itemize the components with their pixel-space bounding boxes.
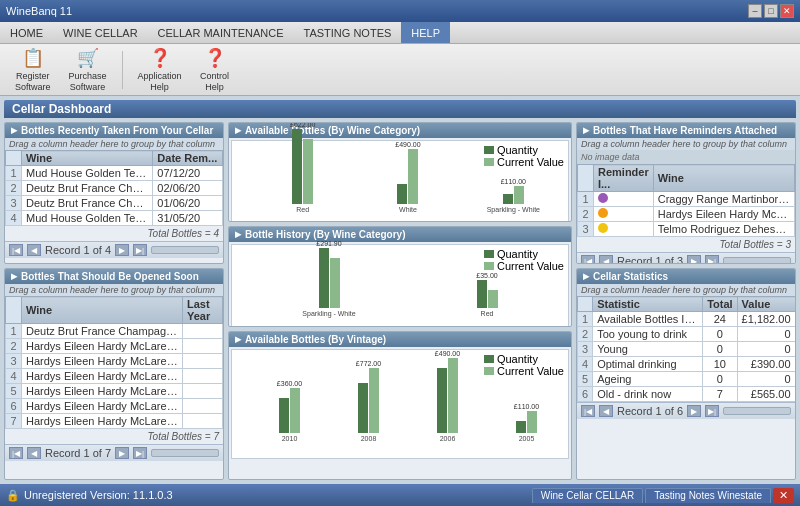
vint-2010-label: £360.00 — [277, 380, 302, 387]
open-scrollbar[interactable] — [151, 449, 219, 457]
stat-name-cell: Too young to drink — [593, 327, 703, 342]
close-button[interactable]: ✕ — [780, 4, 794, 18]
menu-wine-cellar[interactable]: WINE CELLAR — [53, 22, 148, 43]
stat-col-value[interactable]: Value — [737, 297, 795, 312]
stat-total-cell: 7 — [703, 387, 737, 402]
open-soon-total: Total Bottles = 7 — [5, 429, 223, 444]
no-image-label: No image data — [577, 150, 795, 164]
recent-bottle-row[interactable]: 3 Deutz Brut France Champagne 2005 01/06… — [6, 196, 223, 211]
open-col-wine[interactable]: Wine — [22, 297, 183, 324]
main-content: Cellar Dashboard Bottles Recently Taken … — [0, 96, 800, 484]
stat-value-cell: £390.00 — [737, 357, 795, 372]
wine-cell: Mud House Golden Terraces Vineyard Centr… — [22, 166, 153, 181]
status-close-btn[interactable]: ✕ — [773, 488, 794, 503]
rem-col-indicator[interactable]: Reminder I... — [594, 165, 654, 192]
vint-2006-qty — [437, 368, 447, 433]
bottom-tabs: Wine Cellar CELLAR Tasting Notes Winesta… — [532, 488, 794, 503]
hist-red-bars — [477, 280, 498, 308]
last-record-btn[interactable]: ▶| — [133, 244, 147, 256]
ctrl-help-label: ControlHelp — [200, 71, 229, 93]
stat-prev-btn[interactable]: ◀ — [599, 405, 613, 417]
menu-tasting-notes[interactable]: TASTING NOTES — [294, 22, 402, 43]
avail-vint-title: Available Bottles (By Vintage) — [229, 332, 571, 347]
stat-col-total[interactable]: Total — [703, 297, 737, 312]
open-soon-row[interactable]: 6 Hardys Eileen Hardy McLaren Vale Chard… — [6, 399, 223, 414]
hist-sparkling-bars — [319, 248, 340, 308]
rem-record-bar: |◀ ◀ Record 1 of 3 ▶ ▶| — [577, 252, 795, 264]
next-record-btn[interactable]: ▶ — [115, 244, 129, 256]
stat-row[interactable]: 3 Young 0 0 — [578, 342, 796, 357]
reminder-row[interactable]: 2 Hardys Eileen Hardy McLaren Vale Chard… — [578, 207, 795, 222]
reminder-dot — [598, 193, 608, 203]
stat-row[interactable]: 4 Optimal drinking 10 £390.00 — [578, 357, 796, 372]
menu-home[interactable]: HOME — [0, 22, 53, 43]
stat-name-cell: Ageing — [593, 372, 703, 387]
vint-2008-label: £772.00 — [356, 360, 381, 367]
bar-red-qty — [292, 129, 302, 204]
open-next-btn[interactable]: ▶ — [115, 447, 129, 459]
open-soon-row[interactable]: 2 Hardys Eileen Hardy McLaren Vale Chard… — [6, 339, 223, 354]
rem-prev-btn[interactable]: ◀ — [599, 255, 613, 264]
reminders-hint: Drag a column header here to group by th… — [577, 138, 795, 150]
rem-first-btn[interactable]: |◀ — [581, 255, 595, 264]
bar-sparkling-qty — [503, 194, 513, 204]
register-software-button[interactable]: 📋 RegisterSoftware — [8, 43, 58, 97]
row-num: 3 — [578, 342, 593, 357]
stat-total-cell: 0 — [703, 327, 737, 342]
stat-record-bar: |◀ ◀ Record 1 of 6 ▶ ▶| — [577, 402, 795, 419]
prev-record-btn[interactable]: ◀ — [27, 244, 41, 256]
stat-next-btn[interactable]: ▶ — [687, 405, 701, 417]
rem-last-btn[interactable]: ▶| — [705, 255, 719, 264]
stat-scrollbar[interactable] — [723, 407, 791, 415]
available-category-panel: Available Bottles (By Wine Category) £62… — [228, 122, 572, 222]
vint-legend-qty: Quantity — [484, 353, 564, 365]
reminder-row[interactable]: 1 Craggy Range Martinborough Pinot Noir … — [578, 192, 795, 207]
open-soon-row[interactable]: 5 Hardys Eileen Hardy McLaren Vale Chard… — [6, 384, 223, 399]
rem-next-btn[interactable]: ▶ — [687, 255, 701, 264]
stat-row[interactable]: 5 Ageing 0 0 — [578, 372, 796, 387]
recent-bottle-row[interactable]: 1 Mud House Golden Terraces Vineyard Cen… — [6, 166, 223, 181]
stat-col-statistic[interactable]: Statistic — [593, 297, 703, 312]
recent-bottle-row[interactable]: 4 Mud House Golden Terraces Vineyard Cen… — [6, 211, 223, 226]
stat-last-btn[interactable]: ▶| — [705, 405, 719, 417]
stat-row[interactable]: 1 Available Bottles In The Cellar 24 £1,… — [578, 312, 796, 327]
open-soon-row[interactable]: 1 Deutz Brut France Champagne 2005 — [6, 324, 223, 339]
open-last-btn[interactable]: ▶| — [133, 447, 147, 459]
first-record-btn[interactable]: |◀ — [9, 244, 23, 256]
open-soon-row[interactable]: 3 Hardys Eileen Hardy McLaren Vale Chard… — [6, 354, 223, 369]
open-soon-row[interactable]: 7 Hardys Eileen Hardy McLaren Vale Chard… — [6, 414, 223, 429]
control-help-button[interactable]: ❓ ControlHelp — [193, 43, 237, 97]
wine-cellar-tab[interactable]: Wine Cellar CELLAR — [532, 488, 643, 503]
row-num: 6 — [578, 387, 593, 402]
year-cell — [183, 399, 223, 414]
recent-scrollbar[interactable] — [151, 246, 219, 254]
open-prev-btn[interactable]: ◀ — [27, 447, 41, 459]
app-title: WineBanq 11 — [6, 5, 72, 17]
hist-legend-val: Current Value — [484, 260, 564, 272]
rem-col-wine[interactable]: Wine — [653, 165, 794, 192]
menu-cellar-maintenance[interactable]: CELLAR MAINTENANCE — [148, 22, 294, 43]
vint-2008-x: 2008 — [361, 435, 377, 442]
application-help-button[interactable]: ❓ ApplicationHelp — [131, 43, 189, 97]
rem-scrollbar[interactable] — [723, 257, 791, 264]
col-date[interactable]: Date Rem... — [153, 151, 223, 166]
bar-label-red-val: £622.00 — [290, 122, 315, 128]
menu-help[interactable]: HELP — [401, 22, 450, 43]
bar-red-label: Red — [296, 206, 309, 213]
open-col-year[interactable]: Last Year — [183, 297, 223, 324]
minimize-button[interactable]: – — [748, 4, 762, 18]
stat-row[interactable]: 6 Old - drink now 7 £565.00 — [578, 387, 796, 402]
open-soon-row[interactable]: 4 Hardys Eileen Hardy McLaren Vale Chard… — [6, 369, 223, 384]
rem-col-num — [578, 165, 594, 192]
stat-row[interactable]: 2 Too young to drink 0 0 — [578, 327, 796, 342]
reminder-row[interactable]: 3 Telmo Rodriguez Dehesa Gago Toro Tempr… — [578, 222, 795, 237]
hist-sparkling-label: £291.90 — [316, 240, 341, 247]
recent-bottle-row[interactable]: 2 Deutz Brut France Champagne 2005 02/06… — [6, 181, 223, 196]
maximize-button[interactable]: □ — [764, 4, 778, 18]
stat-first-btn[interactable]: |◀ — [581, 405, 595, 417]
tasting-notes-tab[interactable]: Tasting Notes Winestate — [645, 488, 771, 503]
col-wine[interactable]: Wine — [22, 151, 153, 166]
purchase-software-button[interactable]: 🛒 PurchaseSoftware — [62, 43, 114, 97]
open-first-btn[interactable]: |◀ — [9, 447, 23, 459]
recent-bottles-hint: Drag a column header here to group by th… — [5, 138, 223, 150]
